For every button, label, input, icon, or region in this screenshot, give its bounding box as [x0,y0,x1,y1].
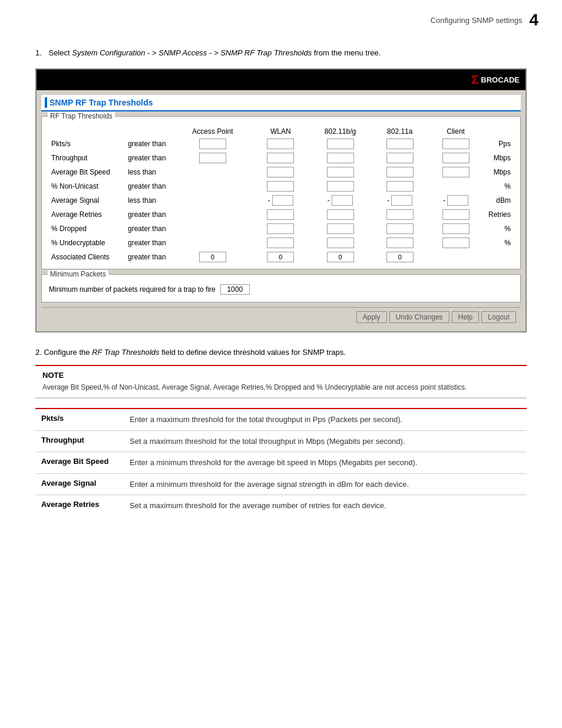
help-button[interactable]: Help [452,311,480,323]
row-wlan-cell[interactable] [253,207,309,222]
bg-input[interactable] [327,153,354,163]
row-client-cell[interactable] [428,137,484,151]
row-wlan-cell[interactable] [253,151,309,165]
row-a-cell[interactable] [372,236,428,250]
row-a-cell[interactable] [372,151,428,165]
row-client-cell[interactable] [428,151,484,165]
row-a-cell[interactable] [372,250,428,264]
row-bg-cell[interactable] [309,250,372,264]
section-title-bar [45,97,47,108]
wlan-input[interactable] [267,238,294,248]
wlan-input[interactable] [267,223,294,234]
wlan-input[interactable] [267,209,294,220]
client-input[interactable] [442,223,470,234]
apply-button[interactable]: Apply [356,311,387,323]
ap-input[interactable] [199,139,226,149]
a-input[interactable] [386,209,414,220]
note-box: NOTE Average Bit Speed,% of Non-Unicast,… [35,365,527,398]
table-row: % Non-Unicastgreater than% [49,179,513,193]
a-input[interactable] [386,223,414,234]
bg-input[interactable] [327,139,354,149]
row-ap-cell[interactable] [173,250,253,264]
row-bg-cell[interactable] [309,179,372,193]
ap-input[interactable] [199,252,226,262]
row-label: Throughput [49,151,125,165]
row-wlan-cell[interactable] [253,137,309,151]
a-input[interactable] [386,238,414,248]
row-bg-cell[interactable] [309,222,372,236]
min-packets-legend: Minimum Packets [48,270,108,278]
client-input[interactable] [442,167,470,177]
client-input[interactable] [442,139,470,149]
row-a-cell[interactable] [372,137,428,151]
client-input[interactable] [447,195,468,206]
row-wlan-cell[interactable] [253,236,309,250]
chapter-title: Configuring SNMP settings [431,16,523,25]
row-a-cell[interactable]: - [372,193,428,207]
row-a-cell[interactable] [372,165,428,179]
ap-input[interactable] [199,153,226,163]
a-input[interactable] [386,153,414,163]
row-bg-cell[interactable] [309,151,372,165]
row-condition: greater than [125,236,173,250]
bg-input[interactable] [327,223,354,234]
a-input[interactable] [386,139,414,149]
def-description: Set a maximum threshold for the average … [124,495,527,516]
bg-input[interactable] [327,181,354,192]
wlan-input[interactable] [267,181,294,192]
step2-suffix: field to define device threshold values … [160,348,346,357]
bg-input[interactable] [327,252,354,262]
row-label: Associated Clients [49,250,125,264]
row-client-cell[interactable] [428,236,484,250]
row-ap-cell [173,165,253,179]
table-row: Average Retriesgreater thanRetries [49,207,513,222]
bg-input[interactable] [327,209,354,220]
row-client-cell[interactable] [428,207,484,222]
a-input[interactable] [386,252,414,262]
wlan-input[interactable] [272,195,293,206]
row-bg-cell[interactable] [309,137,372,151]
row-client-cell[interactable]: - [428,193,484,207]
row-condition: greater than [125,207,173,222]
row-client-cell[interactable] [428,222,484,236]
min-packets-input[interactable] [220,284,250,295]
row-a-cell[interactable] [372,207,428,222]
row-bg-cell[interactable]: - [309,193,372,207]
a-input[interactable] [391,195,412,206]
row-bg-cell[interactable] [309,236,372,250]
row-wlan-cell[interactable] [253,179,309,193]
row-bg-cell[interactable] [309,165,372,179]
wlan-input[interactable] [267,252,294,262]
a-input[interactable] [386,167,414,177]
row-ap-cell[interactable] [173,151,253,165]
table-row: Pkts/sgreater thanPps [49,137,513,151]
row-wlan-cell[interactable]: - [253,193,309,207]
row-client-cell[interactable] [428,165,484,179]
undo-button[interactable]: Undo Changes [389,311,449,323]
def-description: Set a maximum threshold for the total th… [124,430,527,452]
wlan-input[interactable] [267,153,294,163]
wlan-input[interactable] [267,139,294,149]
client-input[interactable] [442,153,470,163]
logout-button[interactable]: Logout [481,311,516,323]
row-bg-cell[interactable] [309,207,372,222]
row-wlan-cell[interactable] [253,165,309,179]
bg-input[interactable] [332,195,353,206]
row-wlan-cell[interactable] [253,250,309,264]
a-input[interactable] [386,181,414,192]
wlan-input[interactable] [267,167,294,177]
ui-panel: Σ BROCADE SNMP RF Trap Thresholds RF Tra… [35,68,527,332]
row-ap-cell[interactable] [173,137,253,151]
note-text: Average Bit Speed,% of Non-Unicast, Aver… [42,382,520,393]
row-wlan-cell[interactable] [253,222,309,236]
client-input[interactable] [442,209,470,220]
client-input[interactable] [442,238,470,248]
step1-italic1: System Configuration [72,48,145,57]
row-a-cell[interactable] [372,179,428,193]
row-a-cell[interactable] [372,222,428,236]
bg-input[interactable] [327,167,354,177]
row-ap-cell [173,179,253,193]
row-label: % Non-Unicast [49,179,125,193]
chapter-number: 4 [529,11,538,29]
bg-input[interactable] [327,238,354,248]
